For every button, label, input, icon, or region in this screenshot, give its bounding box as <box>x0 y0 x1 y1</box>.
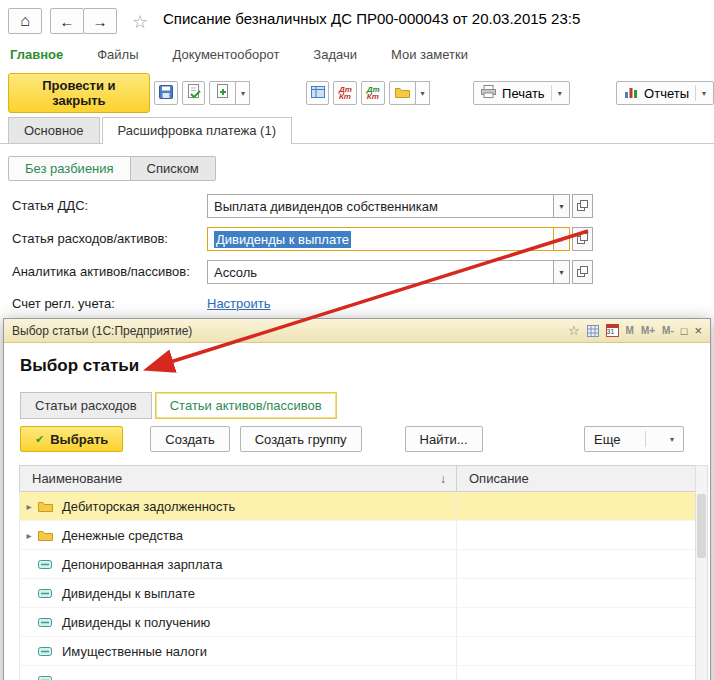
save-button[interactable] <box>154 81 178 105</box>
reports-label: Отчеты <box>644 86 689 101</box>
item-icon <box>38 588 55 599</box>
close-icon[interactable]: × <box>694 323 702 338</box>
table-row[interactable]: Дивиденды к выплате <box>20 579 695 608</box>
dt-kt-button[interactable]: ДтКт <box>333 81 357 105</box>
document-tabstrip: Основное Расшифровка платежа (1) <box>0 117 714 144</box>
configure-link[interactable]: Настроить <box>207 296 271 311</box>
post-document-icon <box>187 84 201 102</box>
menu-item-glavnoe[interactable]: Главное <box>10 47 63 67</box>
chevron-down-icon: ▾ <box>558 89 562 98</box>
row-label: Дивиденды к получению <box>62 615 210 630</box>
field-label-analytics: Аналитика активов/пассивов: <box>12 264 190 279</box>
tab-osnovnoe[interactable]: Основное <box>8 117 100 143</box>
analytics-input[interactable] <box>207 260 553 284</box>
memory-minus-button[interactable]: М- <box>662 325 674 336</box>
post-and-close-button[interactable]: Провести и закрыть <box>8 73 150 113</box>
dt-kt-secondary-button[interactable]: ДтКт <box>361 81 385 105</box>
grid-icon[interactable] <box>587 325 599 337</box>
create-based-on-dropdown[interactable]: ▾ <box>235 81 250 105</box>
analytics-open-button[interactable] <box>572 260 593 284</box>
field-analytics: ▾ <box>207 260 593 284</box>
split-mode-toggle: Без разбиения Списком <box>8 156 216 181</box>
register-records-button[interactable] <box>306 81 330 105</box>
tab-rasshifrovka-platezha[interactable]: Расшифровка платежа (1) <box>102 117 292 144</box>
maximize-icon[interactable]: □ <box>681 325 688 337</box>
table-row[interactable] <box>20 666 695 680</box>
favorite-star-icon[interactable]: ☆ <box>132 11 148 33</box>
home-icon: ⌂ <box>20 12 30 30</box>
table-header: Наименование ↓ Описание <box>19 465 696 492</box>
more-button[interactable]: Еще ▾ <box>584 426 684 452</box>
chevron-down-icon: ▾ <box>559 268 563 277</box>
chevron-down-icon: ▾ <box>559 202 563 211</box>
expand-triangle-icon[interactable]: ▸ <box>20 501 38 512</box>
analytics-dropdown-button[interactable]: ▾ <box>553 260 570 284</box>
dt-kt-icon: ДтКт <box>339 86 352 100</box>
expense-item-open-button[interactable] <box>572 227 593 251</box>
printer-icon <box>481 85 496 101</box>
menu-item-moi-zametki[interactable]: Мои заметки <box>391 47 468 67</box>
toggle-no-split[interactable]: Без разбиения <box>8 156 131 181</box>
menu-item-dokumentooborot[interactable]: Документооборот <box>173 47 280 67</box>
expense-item-dropdown-button[interactable]: ▾ <box>553 227 570 251</box>
memory-button[interactable]: М <box>626 325 634 336</box>
vertical-scrollbar[interactable] <box>695 465 708 680</box>
create-document-icon <box>216 84 230 102</box>
table-row[interactable]: Депонированная зарплата <box>20 550 695 579</box>
select-item-dialog: Выбор статьи (1С:Предприятие) ☆ 31 М М+ … <box>3 318 711 680</box>
row-label: Денежные средства <box>62 528 183 543</box>
table-row[interactable]: ▸ Дебиторская задолженность <box>20 492 695 521</box>
attached-files-dropdown[interactable]: ▾ <box>415 81 430 105</box>
print-button[interactable]: Печать ▾ <box>473 81 570 105</box>
favorite-star-icon[interactable]: ☆ <box>568 323 580 338</box>
attached-files-button[interactable] <box>389 81 416 105</box>
item-icon <box>38 559 55 570</box>
tab-expense-items[interactable]: Статьи расходов <box>20 392 152 419</box>
column-header-name[interactable]: Наименование ↓ <box>20 466 456 491</box>
find-button[interactable]: Найти... <box>405 426 483 452</box>
calendar-icon[interactable]: 31 <box>606 324 619 337</box>
scrollbar-thumb[interactable] <box>697 494 706 558</box>
menu-item-zadachi[interactable]: Задачи <box>313 47 357 67</box>
field-label-expense-item: Статья расходов/активов: <box>12 231 168 246</box>
select-label: Выбрать <box>50 432 108 447</box>
field-dds: ▾ <box>207 194 593 218</box>
dds-dropdown-button[interactable]: ▾ <box>553 194 570 218</box>
field-label-dds: Статья ДДС: <box>12 198 88 213</box>
item-icon <box>38 646 55 657</box>
post-document-button[interactable] <box>182 81 206 105</box>
create-based-on-button[interactable] <box>209 81 236 105</box>
home-button[interactable]: ⌂ <box>8 8 42 34</box>
row-label: Имущественные налоги <box>62 644 207 659</box>
toggle-list[interactable]: Списком <box>131 156 216 181</box>
reports-button[interactable]: Отчеты ▾ <box>616 81 714 105</box>
menu-item-fayly[interactable]: Файлы <box>97 47 138 67</box>
back-icon: ← <box>60 13 75 30</box>
expand-triangle-icon[interactable]: ▸ <box>20 530 38 541</box>
open-icon <box>577 199 588 214</box>
back-button[interactable]: ← <box>50 8 84 34</box>
create-button[interactable]: Создать <box>150 426 229 452</box>
forward-icon: → <box>93 13 108 30</box>
dds-input[interactable] <box>207 194 553 218</box>
memory-plus-button[interactable]: М+ <box>641 325 655 336</box>
create-group-button[interactable]: Создать группу <box>240 426 362 452</box>
table-row[interactable]: Дивиденды к получению <box>20 608 695 637</box>
dds-open-button[interactable] <box>572 194 593 218</box>
tab-asset-items[interactable]: Статьи активов/пассивов <box>155 392 337 419</box>
column-header-description[interactable]: Описание <box>456 466 695 491</box>
dialog-titlebar[interactable]: Выбор статьи (1С:Предприятие) ☆ 31 М М+ … <box>4 319 710 343</box>
dt-kt-secondary-icon: ДтКт <box>367 86 380 100</box>
create-based-on-split-button: ▾ <box>209 81 250 105</box>
select-button[interactable]: ✔ Выбрать <box>20 426 123 452</box>
forward-button[interactable]: → <box>83 8 117 34</box>
table-row[interactable]: Имущественные налоги <box>20 637 695 666</box>
table-row[interactable]: ▸ Денежные средства <box>20 521 695 550</box>
open-icon <box>577 265 588 280</box>
section-menu: Главное Файлы Документооборот Задачи Мои… <box>0 47 468 67</box>
field-label-account: Счет регл. учета: <box>12 296 115 311</box>
sort-descending-icon[interactable]: ↓ <box>440 472 446 486</box>
journal-icon <box>311 85 325 102</box>
dialog-heading: Выбор статьи <box>20 356 139 376</box>
expense-item-input[interactable]: Дивиденды к выплате <box>207 227 553 251</box>
